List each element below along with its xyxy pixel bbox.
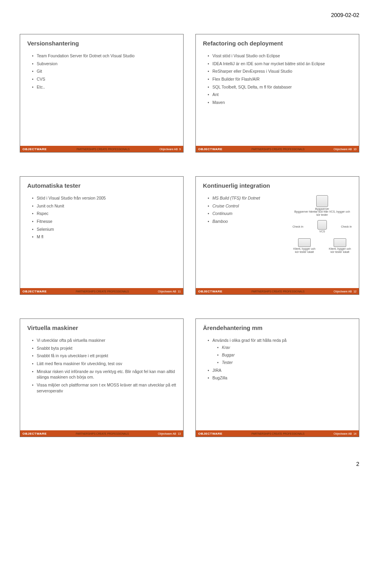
- diagram-label: Klient, bygger och kör tester lokalt: [328, 247, 352, 253]
- list-item: Lätt med flera maskiner för utveckling, …: [33, 361, 176, 367]
- list-subitem: Krav: [218, 345, 352, 351]
- list-item: Snabbt få in nya utvecklare i ett projek…: [33, 353, 176, 359]
- slide-12: Kontinuerlig integration MS Build (TFS) …: [195, 176, 359, 295]
- footer-page: Objectware AB 14: [334, 432, 356, 435]
- slide-title: Ärendehantering mm: [203, 324, 352, 331]
- slide-13: Virtuella maskiner Vi utvecklar ofta på …: [20, 318, 184, 437]
- slide-footer: OBJECTWARE PARTNERSHIPS CREATE PROFESSIO…: [20, 430, 183, 437]
- list-item: M fl: [33, 234, 176, 240]
- list-item: Selenium: [33, 226, 176, 232]
- list-item: Continuum: [208, 211, 289, 217]
- page-number: 2: [20, 461, 359, 467]
- slide-10: Refactoring och deployment Visst stöd i …: [195, 34, 359, 153]
- slide-list: Används i olika grad för att hålla reda …: [203, 337, 352, 381]
- slide-footer: OBJECTWARE PARTNERSHIPS CREATE PROFESSIO…: [20, 146, 183, 152]
- footer-page: Objectware AB 13: [158, 432, 181, 435]
- laptop-icon: [298, 238, 311, 247]
- footer-tagline: PARTNERSHIPS CREATE PROFESSIONALS: [251, 432, 304, 435]
- footer-page: Objectware AB 12: [334, 290, 356, 293]
- list-item: Vissa miljöer och plattformar som t ex M…: [33, 382, 176, 394]
- list-item: Bamboo: [208, 219, 289, 224]
- list-item: CVS: [33, 76, 176, 82]
- list-item: Team Foundation Server för Dotnet och Vi…: [33, 53, 176, 59]
- slide-footer: OBJECTWARE PARTNERSHIPS CREATE PROFESSIO…: [196, 430, 359, 437]
- footer-tagline: PARTNERSHIPS CREATE PROFESSIONALS: [76, 290, 129, 293]
- footer-tagline: PARTNERSHIPS CREATE PROFESSIONALS: [251, 290, 304, 293]
- slide-footer: OBJECTWARE PARTNERSHIPS CREATE PROFESSIO…: [196, 146, 359, 152]
- list-item: Rspec: [33, 211, 176, 217]
- footer-tagline: PARTNERSHIPS CREATE PROFESSIONALS: [76, 432, 129, 435]
- slide-list: Stöd i Visual Studio från version 2005 J…: [27, 195, 176, 240]
- list-item: Vi utvecklar ofta på virtuella maskiner: [33, 337, 176, 343]
- slide-list: MS Build (TFS) för Dotnet Cruise Control…: [203, 195, 289, 254]
- footer-logo: OBJECTWARE: [198, 432, 222, 435]
- diagram-label: VCS: [317, 230, 327, 233]
- footer-page: Objectware AB 11: [158, 290, 181, 293]
- list-item: Etc..: [33, 84, 176, 90]
- list-item: IDEA IntelliJ är en IDE som har mycket b…: [208, 61, 352, 67]
- slide-title: Automatiska tester: [27, 182, 176, 189]
- diagram-label: Check in: [293, 225, 303, 228]
- diagram-label: Klient, bygger och kör tester lokalt: [293, 247, 316, 253]
- footer-page: Objectware AB 10: [334, 148, 356, 151]
- vcs-icon: [317, 220, 327, 230]
- list-item: Junit och Nunit: [33, 203, 176, 209]
- list-item: Stöd i Visual Studio från version 2005: [33, 195, 176, 201]
- list-item: ReSharper eller DevExpress i Visual Stud…: [208, 68, 352, 74]
- slide-row-3: Virtuella maskiner Vi utvecklar ofta på …: [20, 318, 359, 437]
- slide-title: Kontinuerlig integration: [203, 182, 352, 189]
- footer-logo: OBJECTWARE: [23, 290, 47, 293]
- list-item: Flex Builder för Flash/AIR: [208, 76, 352, 82]
- list-subitem: Tester: [218, 360, 352, 366]
- list-item: Cruise Control: [208, 203, 289, 209]
- footer-logo: OBJECTWARE: [198, 290, 222, 293]
- slide-list: Visst stöd i Visual Studio och Eclipse I…: [203, 53, 352, 106]
- list-subitem: Buggar: [218, 352, 352, 358]
- list-item: Används i olika grad för att hålla reda …: [208, 337, 352, 366]
- footer-logo: OBJECTWARE: [23, 432, 47, 435]
- list-item: SQL Toolbelt, SQL Delta, m fl för databa…: [208, 84, 352, 90]
- list-item: JIRA: [208, 368, 352, 373]
- integration-diagram: Byggserver Byggserver hämtar kod från VC…: [293, 195, 352, 254]
- list-item: Ant: [208, 92, 352, 98]
- footer-logo: OBJECTWARE: [198, 147, 222, 151]
- list-item: Fitnesse: [33, 219, 176, 224]
- footer-tagline: PARTNERSHIPS CREATE PROFESSIONALS: [77, 148, 129, 151]
- list-item: BugZilla: [208, 375, 352, 381]
- list-item: Maven: [208, 100, 352, 106]
- list-item: Visst stöd i Visual Studio och Eclipse: [208, 53, 352, 59]
- slide-row-2: Automatiska tester Stöd i Visual Studio …: [20, 176, 359, 295]
- slide-11: Automatiska tester Stöd i Visual Studio …: [20, 176, 184, 295]
- slide-9: Versionshantering Team Foundation Server…: [20, 34, 184, 153]
- laptop-icon: [334, 238, 346, 247]
- footer-tagline: PARTNERSHIPS CREATE PROFESSIONALS: [251, 148, 304, 151]
- list-item: Git: [33, 68, 176, 74]
- slide-footer: OBJECTWARE PARTNERSHIPS CREATE PROFESSIO…: [20, 288, 183, 294]
- slide-title: Versionshantering: [27, 40, 176, 47]
- list-item: Minskar risken vid införande av nya verk…: [33, 369, 176, 380]
- diagram-label: Byggserver hämtar kod från VCS, bygger o…: [293, 210, 352, 216]
- slide-14: Ärendehantering mm Används i olika grad …: [195, 318, 359, 437]
- page-date: 2009-02-02: [20, 12, 359, 18]
- server-icon: [316, 195, 328, 207]
- footer-logo: OBJECTWARE: [23, 147, 47, 151]
- list-item: Snabbt byta projekt: [33, 345, 176, 351]
- list-item: Subversion: [33, 61, 176, 67]
- slide-list: Team Foundation Server för Dotnet och Vi…: [27, 53, 176, 90]
- slide-row-1: Versionshantering Team Foundation Server…: [20, 34, 359, 153]
- slide-title: Virtuella maskiner: [27, 324, 176, 331]
- diagram-label: Byggserver: [293, 207, 352, 210]
- slide-footer: OBJECTWARE PARTNERSHIPS CREATE PROFESSIO…: [196, 288, 359, 294]
- slide-title: Refactoring och deployment: [203, 40, 352, 47]
- list-item: MS Build (TFS) för Dotnet: [208, 195, 289, 201]
- slide-list: Vi utvecklar ofta på virtuella maskiner …: [27, 337, 176, 394]
- diagram-label: Check in: [341, 225, 352, 228]
- footer-page: Objectware AB 9: [159, 148, 181, 151]
